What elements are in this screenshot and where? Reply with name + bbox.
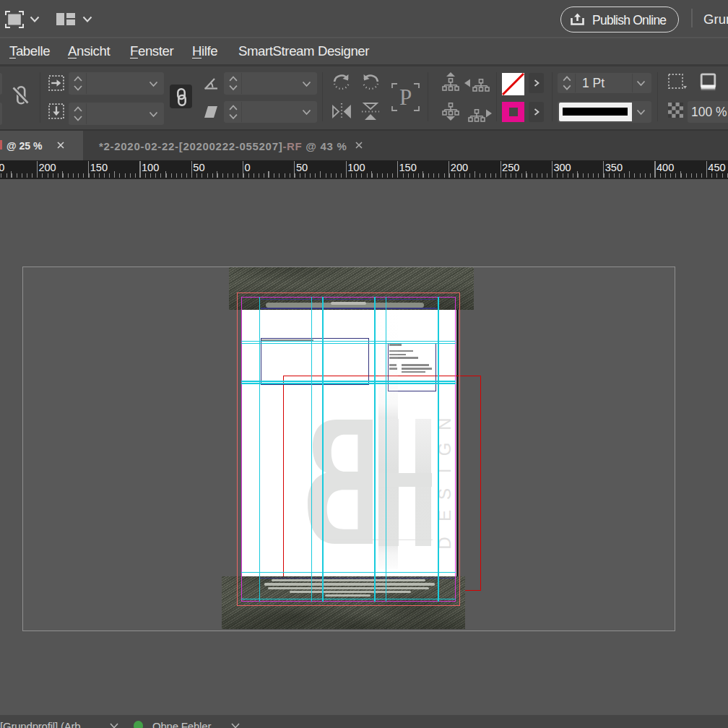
svg-text:P: P xyxy=(399,84,412,109)
